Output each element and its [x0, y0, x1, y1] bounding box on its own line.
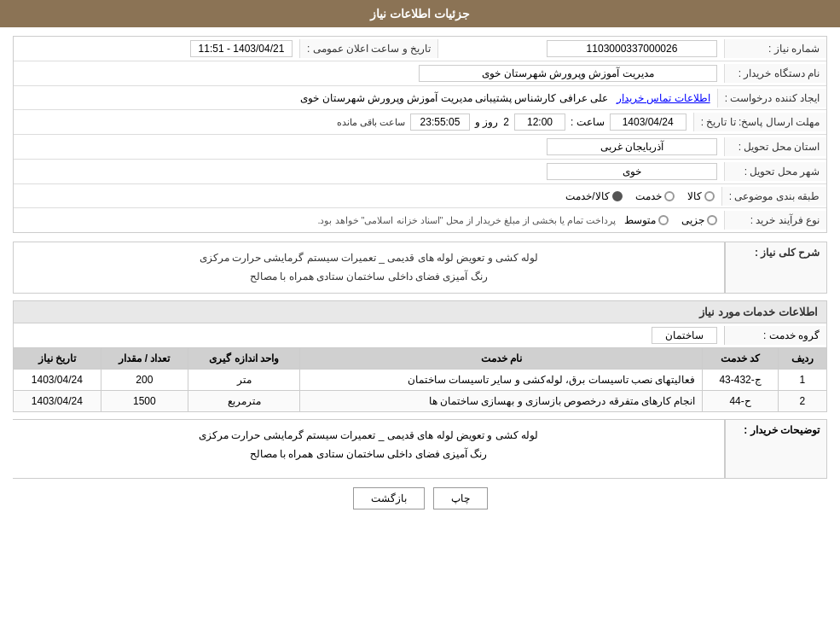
row-need-number: شماره نیاز : 1103000337000026 تاریخ و سا… — [14, 37, 826, 61]
city-label: شهر محل تحویل : — [724, 162, 826, 181]
org-name-value: مدیریت آموزش وپرورش شهرستان خوی — [14, 61, 724, 85]
description-label: شرح کلی نیاز : — [725, 242, 827, 294]
col-code: کد خدمت — [703, 348, 778, 370]
category-option-1: خدمت — [635, 190, 675, 202]
col-row: ردیف — [778, 348, 826, 370]
table-row: 1 ج-432-43 فعالیتهای نصب تاسیسات برق، لو… — [14, 370, 827, 391]
cell-qty-1: 1500 — [101, 391, 188, 412]
deadline-time: 12:00 — [514, 114, 565, 131]
category-option-label-0: کالا — [687, 190, 702, 202]
process-note: پرداخت تمام یا بخشی از مبلغ خریدار از مح… — [317, 215, 616, 226]
print-button[interactable]: چاپ — [433, 487, 488, 509]
row-province: استان محل تحویل : آذربایجان غربی — [14, 135, 826, 160]
col-date: تاریخ نیاز — [14, 348, 101, 370]
process-radio-group: جزیی متوسط — [624, 214, 717, 226]
process-type-label: نوع فرآیند خرید : — [724, 211, 826, 230]
category-option-0: کالا — [687, 190, 715, 202]
col-unit: واحد اندازه گیری — [188, 348, 300, 370]
need-number-value: 1103000337000026 — [438, 37, 724, 61]
cell-code-1: ح-44 — [703, 391, 778, 412]
cell-unit-0: متر — [188, 370, 300, 391]
time-label: ساعت : — [571, 116, 605, 128]
process-option-1: متوسط — [624, 214, 669, 226]
group-label: گروه خدمت : — [724, 326, 826, 345]
row-deadline: مهلت ارسال پاسخ: تا تاریخ : 1403/04/24 س… — [14, 110, 826, 135]
radio-dot-0 — [704, 191, 715, 201]
province-value: آذربایجان غربی — [14, 135, 724, 159]
process-type-value: جزیی متوسط پرداخت تمام یا بخشی از مبلغ خ… — [14, 211, 724, 230]
category-radio-group: کالا خدمت کالا/خدمت — [20, 190, 715, 202]
buyer-notes-label: توضیحات خریدار : — [725, 419, 827, 479]
org-name-label: نام دستگاه خریدار : — [724, 64, 826, 83]
row-org-name: نام دستگاه خریدار : مدیریت آموزش وپرورش … — [14, 61, 826, 86]
cell-name-1: انجام کارهای متفرقه درخصوص بازسازی و بهس… — [300, 391, 703, 412]
category-label: طبقه بندی موضوعی : — [721, 187, 826, 206]
page-title: جزئیات اطلاعات نیاز — [370, 7, 470, 20]
cell-unit-1: مترمربع — [188, 391, 300, 412]
cell-date-0: 1403/04/24 — [14, 370, 101, 391]
announce-label: تاریخ و ساعت اعلان عمومی : — [299, 39, 438, 58]
deadline-label: مهلت ارسال پاسخ: تا تاریخ : — [693, 113, 826, 131]
row-city: شهر محل تحویل : خوی — [14, 160, 826, 184]
radio-dot-1 — [664, 191, 675, 201]
deadline-value: 1403/04/24 ساعت : 12:00 2 روز و 23:55:05… — [14, 110, 693, 134]
col-quantity: تعداد / مقدار — [101, 348, 188, 370]
main-info-section: شماره نیاز : 1103000337000026 تاریخ و سا… — [13, 36, 827, 233]
need-number-label: شماره نیاز : — [724, 39, 826, 58]
services-section-title: اطلاعات خدمات مورد نیاز — [13, 300, 827, 323]
days-value: 2 — [503, 116, 509, 128]
process-option-0: جزیی — [681, 214, 717, 226]
cell-row-1: 2 — [778, 391, 826, 412]
page-header: جزئیات اطلاعات نیاز — [0, 0, 840, 27]
city-value: خوی — [14, 160, 724, 183]
description-section: شرح کلی نیاز : لوله کشی و تعویض لوله های… — [13, 242, 827, 294]
creator-contact-link[interactable]: اطلاعات تماس خریدار — [617, 92, 710, 104]
description-content: لوله کشی و تعویض لوله های قدیمی _ تعمیرا… — [13, 242, 725, 294]
cell-code-0: ج-432-43 — [703, 370, 778, 391]
category-value: کالا خدمت کالا/خدمت — [14, 187, 721, 206]
table-header-row: ردیف کد خدمت نام خدمت واحد اندازه گیری ت… — [14, 348, 827, 370]
row-process-type: نوع فرآیند خرید : جزیی متوسط پرداخت تمام… — [14, 208, 826, 232]
process-radio-dot-0 — [707, 215, 717, 225]
col-name: نام خدمت — [300, 348, 703, 370]
province-label: استان محل تحویل : — [724, 137, 826, 156]
category-option-label-2: کالا/خدمت — [565, 190, 609, 202]
creator-value: اطلاعات تماس خریدار علی عرافی کارشناس پش… — [14, 89, 717, 108]
table-row: 2 ح-44 انجام کارهای متفرقه درخصوص بازساز… — [14, 391, 827, 412]
deadline-date: 1403/04/24 — [610, 114, 686, 131]
process-option-label-1: متوسط — [624, 214, 656, 226]
creator-label: ایجاد کننده درخواست : — [717, 89, 826, 108]
remaining-time: 23:55:05 — [410, 114, 470, 131]
group-value: ساختمان — [14, 323, 724, 347]
day-label: روز و — [475, 116, 498, 128]
buyer-notes-section: توضیحات خریدار : لوله کشی و تعویض لوله ه… — [13, 419, 827, 479]
buyer-notes-content: لوله کشی و تعویض لوله های قدیمی _ تعمیرا… — [13, 419, 725, 479]
row-creator: ایجاد کننده درخواست : اطلاعات تماس خریدا… — [14, 86, 826, 110]
radio-dot-2 — [612, 191, 623, 201]
cell-qty-0: 200 — [101, 370, 188, 391]
category-option-label-1: خدمت — [635, 190, 662, 202]
cell-date-1: 1403/04/24 — [14, 391, 101, 412]
remaining-label: ساعت باقی مانده — [337, 117, 405, 128]
category-option-2: کالا/خدمت — [565, 190, 622, 202]
row-category: طبقه بندی موضوعی : کالا خدمت — [14, 184, 826, 208]
process-radio-dot-1 — [658, 215, 669, 225]
back-button[interactable]: بازگشت — [353, 487, 425, 509]
buttons-row: چاپ بازگشت — [13, 487, 827, 509]
cell-row-0: 1 — [778, 370, 826, 391]
group-row: گروه خدمت : ساختمان — [13, 323, 827, 347]
cell-name-0: فعالیتهای نصب تاسیسات برق، لوله‌کشی و سا… — [300, 370, 703, 391]
group-value-box: ساختمان — [652, 327, 717, 344]
services-table: ردیف کد خدمت نام خدمت واحد اندازه گیری ت… — [13, 347, 827, 412]
process-option-label-0: جزیی — [681, 214, 704, 226]
announce-value: 1403/04/21 - 11:51 — [14, 37, 299, 61]
